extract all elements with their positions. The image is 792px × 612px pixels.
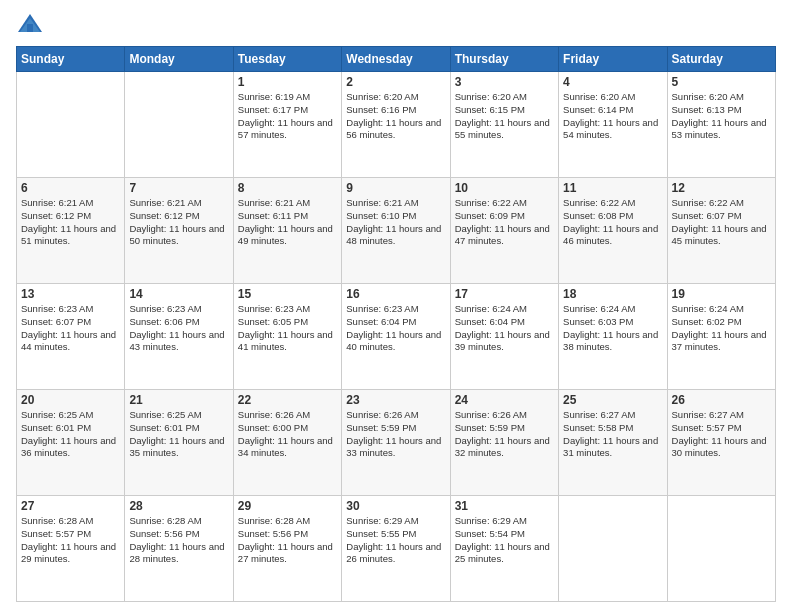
day-number: 24: [455, 393, 554, 407]
day-number: 12: [672, 181, 771, 195]
day-info: Sunrise: 6:24 AMSunset: 6:03 PMDaylight:…: [563, 303, 662, 354]
day-info: Sunrise: 6:25 AMSunset: 6:01 PMDaylight:…: [129, 409, 228, 460]
week-row-5: 27Sunrise: 6:28 AMSunset: 5:57 PMDayligh…: [17, 496, 776, 602]
day-info: Sunrise: 6:27 AMSunset: 5:57 PMDaylight:…: [672, 409, 771, 460]
day-number: 27: [21, 499, 120, 513]
day-cell: 16Sunrise: 6:23 AMSunset: 6:04 PMDayligh…: [342, 284, 450, 390]
day-cell: 6Sunrise: 6:21 AMSunset: 6:12 PMDaylight…: [17, 178, 125, 284]
day-info: Sunrise: 6:29 AMSunset: 5:54 PMDaylight:…: [455, 515, 554, 566]
week-row-2: 6Sunrise: 6:21 AMSunset: 6:12 PMDaylight…: [17, 178, 776, 284]
header-cell-monday: Monday: [125, 47, 233, 72]
day-number: 31: [455, 499, 554, 513]
day-number: 16: [346, 287, 445, 301]
day-info: Sunrise: 6:23 AMSunset: 6:05 PMDaylight:…: [238, 303, 337, 354]
week-row-3: 13Sunrise: 6:23 AMSunset: 6:07 PMDayligh…: [17, 284, 776, 390]
page: SundayMondayTuesdayWednesdayThursdayFrid…: [0, 0, 792, 612]
header-cell-friday: Friday: [559, 47, 667, 72]
header-cell-thursday: Thursday: [450, 47, 558, 72]
day-number: 30: [346, 499, 445, 513]
day-cell: 5Sunrise: 6:20 AMSunset: 6:13 PMDaylight…: [667, 72, 775, 178]
day-number: 14: [129, 287, 228, 301]
day-info: Sunrise: 6:28 AMSunset: 5:56 PMDaylight:…: [129, 515, 228, 566]
day-number: 22: [238, 393, 337, 407]
day-cell: 2Sunrise: 6:20 AMSunset: 6:16 PMDaylight…: [342, 72, 450, 178]
day-cell: 13Sunrise: 6:23 AMSunset: 6:07 PMDayligh…: [17, 284, 125, 390]
day-cell: 27Sunrise: 6:28 AMSunset: 5:57 PMDayligh…: [17, 496, 125, 602]
day-cell: 23Sunrise: 6:26 AMSunset: 5:59 PMDayligh…: [342, 390, 450, 496]
day-info: Sunrise: 6:21 AMSunset: 6:12 PMDaylight:…: [21, 197, 120, 248]
day-number: 28: [129, 499, 228, 513]
day-info: Sunrise: 6:24 AMSunset: 6:04 PMDaylight:…: [455, 303, 554, 354]
day-cell: 25Sunrise: 6:27 AMSunset: 5:58 PMDayligh…: [559, 390, 667, 496]
day-number: 8: [238, 181, 337, 195]
week-row-1: 1Sunrise: 6:19 AMSunset: 6:17 PMDaylight…: [17, 72, 776, 178]
day-number: 26: [672, 393, 771, 407]
day-info: Sunrise: 6:25 AMSunset: 6:01 PMDaylight:…: [21, 409, 120, 460]
day-cell: 29Sunrise: 6:28 AMSunset: 5:56 PMDayligh…: [233, 496, 341, 602]
day-number: 15: [238, 287, 337, 301]
calendar-header: SundayMondayTuesdayWednesdayThursdayFrid…: [17, 47, 776, 72]
day-info: Sunrise: 6:20 AMSunset: 6:15 PMDaylight:…: [455, 91, 554, 142]
day-cell: 21Sunrise: 6:25 AMSunset: 6:01 PMDayligh…: [125, 390, 233, 496]
day-number: 4: [563, 75, 662, 89]
header-cell-wednesday: Wednesday: [342, 47, 450, 72]
day-number: 7: [129, 181, 228, 195]
day-number: 21: [129, 393, 228, 407]
day-info: Sunrise: 6:27 AMSunset: 5:58 PMDaylight:…: [563, 409, 662, 460]
day-number: 5: [672, 75, 771, 89]
day-info: Sunrise: 6:28 AMSunset: 5:57 PMDaylight:…: [21, 515, 120, 566]
header-cell-sunday: Sunday: [17, 47, 125, 72]
day-number: 17: [455, 287, 554, 301]
calendar-table: SundayMondayTuesdayWednesdayThursdayFrid…: [16, 46, 776, 602]
day-info: Sunrise: 6:21 AMSunset: 6:12 PMDaylight:…: [129, 197, 228, 248]
day-cell: 18Sunrise: 6:24 AMSunset: 6:03 PMDayligh…: [559, 284, 667, 390]
day-cell: 22Sunrise: 6:26 AMSunset: 6:00 PMDayligh…: [233, 390, 341, 496]
day-info: Sunrise: 6:21 AMSunset: 6:10 PMDaylight:…: [346, 197, 445, 248]
day-cell: 26Sunrise: 6:27 AMSunset: 5:57 PMDayligh…: [667, 390, 775, 496]
day-info: Sunrise: 6:20 AMSunset: 6:13 PMDaylight:…: [672, 91, 771, 142]
day-cell: 24Sunrise: 6:26 AMSunset: 5:59 PMDayligh…: [450, 390, 558, 496]
day-info: Sunrise: 6:26 AMSunset: 5:59 PMDaylight:…: [455, 409, 554, 460]
day-info: Sunrise: 6:22 AMSunset: 6:07 PMDaylight:…: [672, 197, 771, 248]
day-cell: 30Sunrise: 6:29 AMSunset: 5:55 PMDayligh…: [342, 496, 450, 602]
day-info: Sunrise: 6:19 AMSunset: 6:17 PMDaylight:…: [238, 91, 337, 142]
svg-rect-2: [27, 24, 33, 32]
day-info: Sunrise: 6:20 AMSunset: 6:14 PMDaylight:…: [563, 91, 662, 142]
day-info: Sunrise: 6:24 AMSunset: 6:02 PMDaylight:…: [672, 303, 771, 354]
day-cell: 31Sunrise: 6:29 AMSunset: 5:54 PMDayligh…: [450, 496, 558, 602]
calendar-body: 1Sunrise: 6:19 AMSunset: 6:17 PMDaylight…: [17, 72, 776, 602]
day-cell: 9Sunrise: 6:21 AMSunset: 6:10 PMDaylight…: [342, 178, 450, 284]
day-info: Sunrise: 6:26 AMSunset: 5:59 PMDaylight:…: [346, 409, 445, 460]
day-cell: 3Sunrise: 6:20 AMSunset: 6:15 PMDaylight…: [450, 72, 558, 178]
day-cell: 1Sunrise: 6:19 AMSunset: 6:17 PMDaylight…: [233, 72, 341, 178]
day-cell: [559, 496, 667, 602]
day-number: 23: [346, 393, 445, 407]
day-number: 20: [21, 393, 120, 407]
header-cell-tuesday: Tuesday: [233, 47, 341, 72]
header: [16, 10, 776, 38]
day-cell: 17Sunrise: 6:24 AMSunset: 6:04 PMDayligh…: [450, 284, 558, 390]
day-number: 3: [455, 75, 554, 89]
day-cell: 7Sunrise: 6:21 AMSunset: 6:12 PMDaylight…: [125, 178, 233, 284]
day-number: 13: [21, 287, 120, 301]
day-info: Sunrise: 6:29 AMSunset: 5:55 PMDaylight:…: [346, 515, 445, 566]
day-info: Sunrise: 6:23 AMSunset: 6:04 PMDaylight:…: [346, 303, 445, 354]
day-number: 10: [455, 181, 554, 195]
day-info: Sunrise: 6:20 AMSunset: 6:16 PMDaylight:…: [346, 91, 445, 142]
day-cell: [17, 72, 125, 178]
day-info: Sunrise: 6:21 AMSunset: 6:11 PMDaylight:…: [238, 197, 337, 248]
day-number: 6: [21, 181, 120, 195]
day-info: Sunrise: 6:23 AMSunset: 6:07 PMDaylight:…: [21, 303, 120, 354]
logo-icon: [16, 10, 44, 38]
day-info: Sunrise: 6:22 AMSunset: 6:09 PMDaylight:…: [455, 197, 554, 248]
day-cell: [125, 72, 233, 178]
day-info: Sunrise: 6:26 AMSunset: 6:00 PMDaylight:…: [238, 409, 337, 460]
day-info: Sunrise: 6:22 AMSunset: 6:08 PMDaylight:…: [563, 197, 662, 248]
day-cell: 20Sunrise: 6:25 AMSunset: 6:01 PMDayligh…: [17, 390, 125, 496]
day-number: 9: [346, 181, 445, 195]
day-cell: 12Sunrise: 6:22 AMSunset: 6:07 PMDayligh…: [667, 178, 775, 284]
day-cell: 11Sunrise: 6:22 AMSunset: 6:08 PMDayligh…: [559, 178, 667, 284]
day-info: Sunrise: 6:23 AMSunset: 6:06 PMDaylight:…: [129, 303, 228, 354]
day-number: 2: [346, 75, 445, 89]
day-cell: 8Sunrise: 6:21 AMSunset: 6:11 PMDaylight…: [233, 178, 341, 284]
